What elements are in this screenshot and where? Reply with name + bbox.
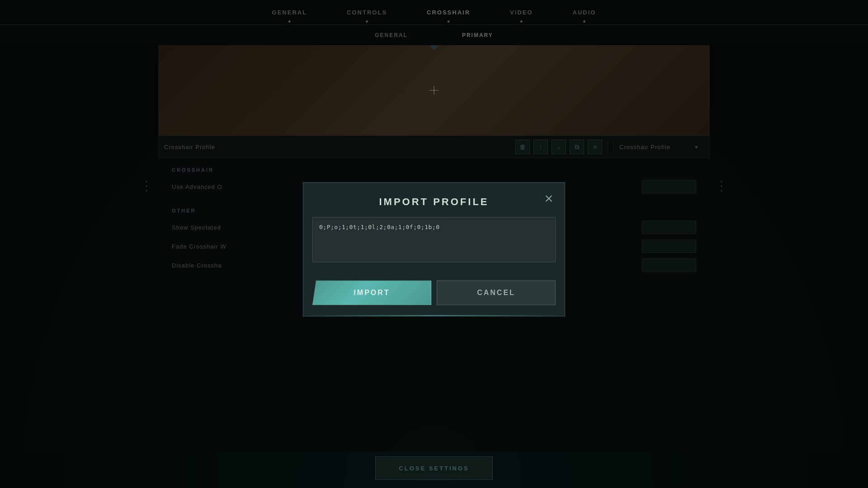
import-profile-modal: IMPORT PROFILE 0;P;o;1;0t;1;0l;2;0a;1;0f… [303,182,565,316]
modal-body: 0;P;o;1;0t;1;0l;2;0a;1;0f;0;1b;0 [303,217,565,273]
import-code-textarea[interactable]: 0;P;o;1;0t;1;0l;2;0a;1;0f;0;1b;0 [312,217,556,262]
close-icon [545,194,553,202]
modal-buttons: IMPORT CANCEL [303,273,565,316]
modal-title: IMPORT PROFILE [379,196,489,208]
import-button[interactable]: IMPORT [312,280,431,305]
modal-header: IMPORT PROFILE [303,183,565,217]
cancel-button[interactable]: CANCEL [437,280,556,305]
modal-close-button[interactable] [542,192,556,205]
